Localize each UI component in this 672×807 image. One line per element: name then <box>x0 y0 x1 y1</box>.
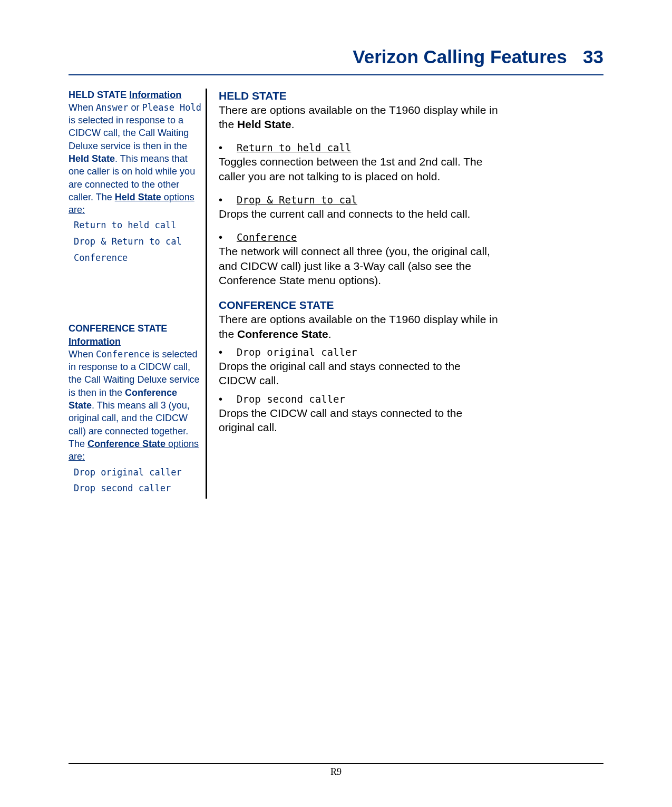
text: is selected in response to a CIDCW call,… <box>69 115 189 151</box>
mono-text: Please Hold <box>142 102 201 113</box>
conference-state-heading: CONFERENCE STATE <box>219 298 498 312</box>
list-item: Drop original caller <box>74 466 206 479</box>
text: When <box>69 102 96 113</box>
mono-text: Answer <box>96 102 128 113</box>
list-item: Drop & Return to cal <box>74 236 206 248</box>
sidebar-held-block: HELD STATE Information When Answer or Pl… <box>69 89 206 265</box>
page-header: Verizon Calling Features 33 <box>69 45 603 69</box>
list-item: Return to held call <box>74 219 206 231</box>
sidebar-conf-block: CONFERENCE STATE Information When Confer… <box>69 322 206 494</box>
sidebar-held-title: HELD STATE Information <box>69 89 206 101</box>
main-column: HELD STATE There are options available o… <box>206 89 498 499</box>
bullet-item: • Conference <box>219 230 498 244</box>
bullet-item: • Drop second caller <box>219 392 498 406</box>
bullet-desc: Drops the original call and stays connec… <box>219 359 498 388</box>
sidebar: HELD STATE Information When Answer or Pl… <box>69 89 206 499</box>
list-item: Conference <box>74 252 206 264</box>
sidebar-conf-title: CONFERENCE STATE Information <box>69 322 206 348</box>
bullet-icon: • <box>219 193 237 207</box>
bullet-icon: • <box>219 392 237 406</box>
bullet-label: Drop second caller <box>237 393 345 406</box>
header-rule <box>69 74 603 75</box>
content-columns: HELD STATE Information When Answer or Pl… <box>69 89 603 499</box>
bullet-icon: • <box>219 345 237 359</box>
conference-state-intro: There are options available on the T1960… <box>219 312 498 341</box>
footer-rule <box>69 763 603 764</box>
bullet-desc: Drops the current call and connects to t… <box>219 207 498 221</box>
bold-text: Conference State <box>87 439 165 449</box>
conference-state-section: CONFERENCE STATE There are options avail… <box>219 298 498 434</box>
bold-text: Held State <box>69 153 115 164</box>
bullet-icon: • <box>219 141 237 154</box>
held-state-section: HELD STATE There are options available o… <box>219 89 498 288</box>
bullet-icon: • <box>219 230 237 244</box>
bullet-item: • Drop original caller <box>219 345 498 359</box>
bullet-item: • Return to held call <box>219 141 498 154</box>
bullet-desc: Drops the CIDCW call and stays connected… <box>219 406 498 435</box>
sidebar-conf-options: Drop original caller Drop second caller <box>74 466 206 495</box>
held-state-heading: HELD STATE <box>219 89 498 103</box>
text: . <box>291 118 295 130</box>
bullet-label: Drop & Return to cal <box>237 193 357 207</box>
bullet-desc: Toggles connection between the 1st and 2… <box>219 154 498 183</box>
text: When <box>69 349 96 359</box>
held-state-intro: There are options available on the T1960… <box>219 103 498 132</box>
bold-text: Held State <box>115 192 161 202</box>
bullet-item: • Drop & Return to cal <box>219 193 498 207</box>
sidebar-held-text: When Answer or Please Hold is selected i… <box>69 101 206 217</box>
bullet-label: Drop original caller <box>237 346 357 359</box>
header-title: Verizon Calling Features <box>353 46 567 67</box>
bold-text: Held State <box>237 118 291 130</box>
bullet-label: Return to held call <box>237 141 351 154</box>
bullet-label: Conference <box>237 231 297 244</box>
bold-text: Conference State <box>237 328 328 340</box>
page: Verizon Calling Features 33 HELD STATE I… <box>0 0 672 807</box>
header-page-number: 33 <box>583 46 603 67</box>
sidebar-held-options: Return to held call Drop & Return to cal… <box>74 219 206 264</box>
sidebar-conf-text: When Conference is selected in response … <box>69 348 206 463</box>
footer-text: R9 <box>0 766 672 778</box>
list-item: Drop second caller <box>74 482 206 494</box>
text: or <box>128 102 142 113</box>
bullet-desc: The network will connect all three (you,… <box>219 244 498 287</box>
mono-text: Conference <box>96 349 150 359</box>
text: . <box>328 328 332 340</box>
